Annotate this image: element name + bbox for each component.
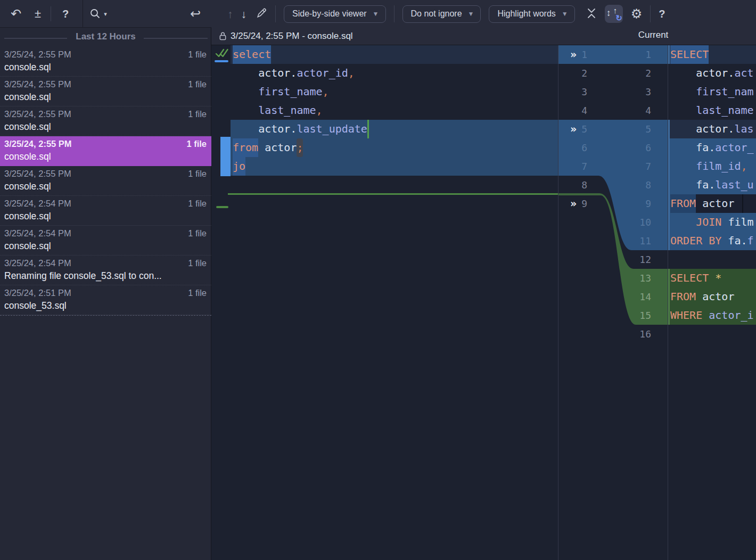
code-line: last_name bbox=[670, 101, 756, 120]
synchronize-scrolling-button[interactable]: ↕ ↑ ↻ bbox=[605, 5, 623, 23]
settings-gear-icon[interactable]: ⚙ bbox=[631, 7, 643, 20]
toolbar-divider bbox=[394, 5, 395, 22]
current-side-title: Current bbox=[621, 30, 685, 40]
history-list-end-divider bbox=[0, 315, 211, 316]
history-list-item[interactable]: 3/25/24, 2:55 PM1 fileconsole.sql bbox=[0, 47, 211, 77]
chevron-down-icon: ▼ bbox=[468, 10, 474, 18]
revert-selection-icon[interactable]: ↶ bbox=[7, 0, 24, 28]
code-line bbox=[670, 325, 756, 343]
pane-divider bbox=[558, 45, 558, 560]
diff-gutter-strip: 123456789 12345678910111213141516 »»» bbox=[558, 45, 668, 560]
file-count: 1 file bbox=[186, 139, 207, 149]
diff-header-row: 3/25/24, 2:55 PM - console.sql Current bbox=[211, 28, 756, 45]
left-editor-pane[interactable]: select actor.actor_id, first_name, last_… bbox=[211, 45, 558, 560]
revert-icon[interactable]: ↩ bbox=[186, 0, 204, 28]
change-edge-marker bbox=[668, 120, 670, 250]
code-line: last_name, bbox=[233, 101, 558, 120]
history-list-item[interactable]: 3/25/24, 2:54 PM1 fileconsole.sql bbox=[0, 196, 211, 226]
help-icon[interactable]: ? bbox=[57, 0, 73, 28]
highlight-mode-dropdown[interactable]: Highlight words ▼ bbox=[489, 5, 574, 23]
line-number: 16 bbox=[558, 325, 651, 343]
create-patch-icon[interactable]: ± bbox=[30, 0, 46, 28]
history-list-item[interactable]: 3/25/24, 2:51 PM1 fileconsole_53.sql bbox=[0, 285, 211, 315]
history-list-item[interactable]: 3/25/24, 2:55 PM1 fileconsole.sql bbox=[0, 106, 211, 136]
file-count: 1 file bbox=[188, 50, 207, 60]
line-number: 10 bbox=[558, 213, 651, 232]
file-count: 1 file bbox=[188, 169, 207, 179]
line-number: 4 bbox=[558, 101, 651, 120]
apply-change-chevron-icon[interactable]: » bbox=[566, 194, 580, 213]
history-list-item[interactable]: 3/25/24, 2:55 PM1 fileconsole.sql bbox=[0, 136, 211, 166]
search-options-caret-icon[interactable]: ▾ bbox=[102, 0, 109, 28]
history-list-item[interactable]: 3/25/24, 2:55 PM1 fileconsole.sql bbox=[0, 77, 211, 106]
previous-change-icon[interactable]: ↑ bbox=[227, 9, 233, 20]
gutter-insertion-dash bbox=[216, 206, 228, 208]
file-count: 1 file bbox=[188, 199, 207, 209]
revision-label: console.sql bbox=[4, 241, 207, 252]
edit-icon[interactable] bbox=[256, 7, 267, 21]
line-number: 13 bbox=[558, 269, 651, 287]
revision-date: 3/25/24, 2:54 PM bbox=[4, 258, 71, 268]
apply-change-chevron-icon[interactable]: » bbox=[566, 45, 580, 64]
history-list-item[interactable]: 3/25/24, 2:55 PM1 fileconsole.sql bbox=[0, 166, 211, 196]
diff-viewer-chrome: ↑ ↓ Side-by-side viewer ▼ Do not ignore … bbox=[211, 0, 756, 45]
double-check-icon bbox=[215, 47, 231, 62]
history-list: 3/25/24, 2:55 PM1 fileconsole.sql3/25/24… bbox=[0, 47, 211, 316]
code-line: SELECT * bbox=[670, 269, 756, 287]
line-number: 6 bbox=[558, 138, 651, 157]
diff-toolbar: ↑ ↓ Side-by-side viewer ▼ Do not ignore … bbox=[211, 0, 756, 28]
file-count: 1 file bbox=[188, 228, 207, 238]
viewer-mode-label: Side-by-side viewer bbox=[292, 9, 367, 19]
apply-change-chevron-icon[interactable]: » bbox=[566, 120, 580, 138]
change-edge-marker bbox=[668, 269, 670, 325]
line-number: 12 bbox=[558, 250, 651, 269]
code-line: fa.last_u bbox=[670, 176, 756, 194]
line-number: 7 bbox=[558, 157, 651, 176]
revision-label: console_53.sql bbox=[4, 300, 207, 311]
code-line: fa.actor_ bbox=[670, 138, 756, 157]
history-list-item[interactable]: 3/25/24, 2:54 PM1 fileconsole.sql bbox=[0, 226, 211, 256]
history-section-header: Last 12 Hours bbox=[0, 30, 211, 46]
revision-label: console.sql bbox=[4, 121, 207, 133]
code-line: first_nam bbox=[670, 83, 756, 101]
collapse-unchanged-icon[interactable] bbox=[586, 7, 597, 21]
revision-date: 3/25/24, 2:55 PM bbox=[4, 50, 71, 60]
revision-date: 3/25/24, 2:55 PM bbox=[4, 109, 71, 119]
insertion-marker-line bbox=[228, 193, 558, 195]
code-line: actor.act bbox=[670, 64, 756, 83]
gutter-blue-underline bbox=[215, 60, 228, 62]
file-count: 1 file bbox=[188, 109, 207, 119]
sync-updown-icon: ↕ bbox=[606, 8, 611, 19]
file-count: 1 file bbox=[188, 288, 207, 298]
toolbar-divider bbox=[51, 6, 51, 21]
revision-label: Renaming file console_53.sql to con... bbox=[4, 270, 207, 282]
section-divider bbox=[83, 0, 83, 28]
history-list-item[interactable]: 3/25/24, 2:54 PM1 fileRenaming file cons… bbox=[0, 256, 211, 285]
sidebar-toolbar: ↶ ± ? ▾ ↩ bbox=[0, 0, 211, 28]
file-count: 1 file bbox=[188, 258, 207, 268]
code-line: select bbox=[233, 45, 558, 64]
code-line: actor.last_update bbox=[233, 120, 558, 138]
revision-date: 3/25/24, 2:55 PM bbox=[4, 79, 71, 89]
code-line: actor.las bbox=[670, 120, 756, 138]
line-number: 14 bbox=[558, 287, 651, 306]
ignore-policy-dropdown[interactable]: Do not ignore ▼ bbox=[402, 5, 481, 23]
code-line: FROM actor bbox=[670, 287, 756, 306]
next-change-icon[interactable]: ↓ bbox=[241, 9, 247, 20]
code-line: jo bbox=[233, 157, 558, 176]
revision-title: 3/25/24, 2:55 PM - console.sql bbox=[231, 31, 353, 42]
toolbar-divider bbox=[650, 5, 651, 22]
code-line: JOIN film bbox=[670, 213, 756, 232]
code-line: film_id, bbox=[670, 157, 756, 176]
section-title: Last 12 Hours bbox=[0, 31, 211, 42]
viewer-mode-dropdown[interactable]: Side-by-side viewer ▼ bbox=[284, 5, 386, 23]
gutter-change-bar bbox=[220, 137, 231, 176]
code-line bbox=[233, 176, 558, 194]
help-icon[interactable]: ? bbox=[659, 9, 665, 19]
revision-label: console.sql bbox=[4, 62, 207, 73]
code-line bbox=[233, 194, 558, 213]
revision-date: 3/25/24, 2:54 PM bbox=[4, 228, 71, 238]
search-icon[interactable] bbox=[87, 0, 103, 28]
code-line: WHERE actor_i bbox=[670, 306, 756, 325]
right-editor-pane[interactable]: SELECT actor.act first_nam last_name act… bbox=[668, 45, 756, 560]
